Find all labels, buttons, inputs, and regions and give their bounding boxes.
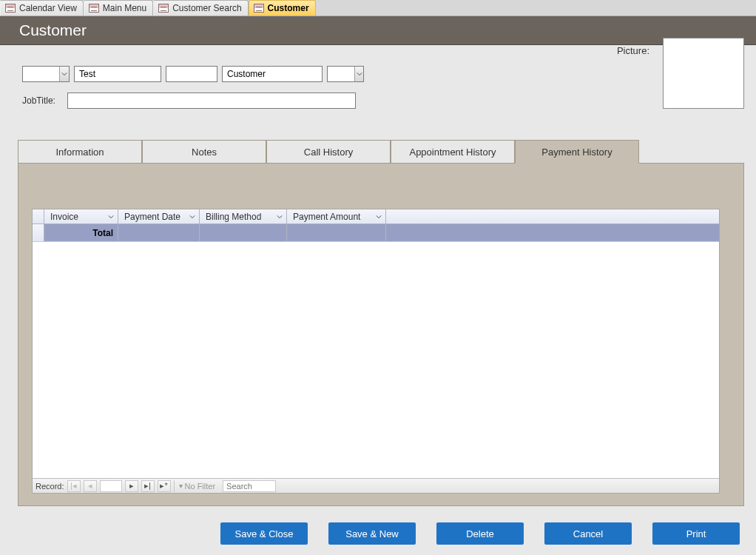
save-new-button[interactable]: Save & New (328, 522, 416, 545)
job-title-input[interactable] (67, 92, 356, 109)
chevron-down-icon[interactable] (276, 213, 283, 221)
page-title: Customer (19, 21, 87, 39)
tab-headers: Information Notes Call History Appointme… (18, 140, 744, 164)
tab-label: Notes (192, 147, 217, 158)
nav-next-button[interactable]: ▸ (125, 480, 138, 492)
payment-grid: Invoice Payment Date Billing Method Paym… (32, 209, 720, 494)
picture-label: Picture: (617, 45, 649, 56)
filter-toggle[interactable]: ▾ No Filter (174, 480, 220, 492)
record-search-input[interactable] (223, 480, 276, 492)
last-name-input[interactable] (222, 66, 323, 82)
col-payment-date[interactable]: Payment Date (118, 209, 200, 223)
chevron-down-icon[interactable] (354, 67, 363, 81)
nav-first-button[interactable]: |◂ (67, 480, 81, 492)
tab-notes[interactable]: Notes (142, 140, 266, 164)
window-tab-label: Main Menu (103, 3, 146, 13)
total-cell (118, 224, 200, 241)
nav-last-button[interactable]: ▸| (141, 480, 155, 492)
col-label: Billing Method (206, 212, 261, 222)
middle-name-input[interactable] (166, 66, 217, 82)
chevron-down-icon[interactable] (107, 213, 115, 221)
tab-filler (639, 140, 744, 164)
chevron-down-icon[interactable] (375, 213, 382, 221)
tab-label: Call History (304, 147, 353, 158)
salutation-combo[interactable] (22, 66, 70, 82)
grid-header: Invoice Payment Date Billing Method Paym… (33, 209, 719, 224)
save-close-button[interactable]: Save & Close (220, 522, 308, 545)
funnel-icon: ▾ (179, 482, 183, 490)
salutation-input[interactable] (23, 67, 59, 81)
form-icon (254, 4, 264, 13)
form-icon (5, 4, 16, 13)
record-number-input[interactable] (100, 480, 122, 492)
form-area: JobTitle: Picture: (0, 45, 756, 132)
chevron-down-icon[interactable] (59, 67, 69, 81)
col-label: Invoice (50, 212, 78, 222)
tab-label: Information (55, 147, 104, 158)
col-label: Payment Date (124, 212, 180, 222)
record-navigator: Record: |◂ ◂ ▸ ▸| ▸* ▾ No Filter (33, 478, 719, 493)
tab-body: Invoice Payment Date Billing Method Paym… (18, 164, 743, 505)
window-tab-customer-search[interactable]: Customer Search (153, 0, 248, 16)
col-billing-method[interactable]: Billing Method (200, 209, 287, 223)
form-icon (158, 4, 169, 13)
tab-payment-history[interactable]: Payment History (515, 140, 639, 164)
total-cell (287, 224, 386, 241)
tab-control: Information Notes Call History Appointme… (18, 140, 744, 506)
col-label: Payment Amount (293, 212, 360, 222)
record-label: Record: (36, 482, 64, 491)
suffix-input[interactable] (328, 67, 354, 81)
col-invoice[interactable]: Invoice (44, 209, 118, 223)
total-cell (200, 224, 287, 241)
grid-body[interactable] (33, 242, 719, 478)
nav-new-button[interactable]: ▸* (158, 480, 171, 492)
window-tab-bar: Calendar View Main Menu Customer Search … (0, 0, 756, 16)
window-tab-label: Customer (268, 3, 309, 13)
picture-box[interactable] (663, 38, 744, 109)
action-bar: Save & Close Save & New Delete Cancel Pr… (0, 522, 756, 545)
nav-prev-button[interactable]: ◂ (84, 480, 97, 492)
window-tab-customer[interactable]: Customer (249, 0, 316, 16)
col-payment-amount[interactable]: Payment Amount (287, 209, 386, 223)
tab-label: Appointment History (409, 147, 496, 158)
grid-row-selector[interactable] (33, 224, 44, 241)
form-icon (89, 4, 99, 13)
tab-appointment-history[interactable]: Appointment History (391, 140, 515, 164)
window-tab-label: Calendar View (19, 3, 77, 13)
total-label: Total (92, 228, 113, 238)
job-title-label: JobTitle: (22, 95, 55, 106)
window-tab-main-menu[interactable]: Main Menu (84, 0, 153, 16)
grid-select-all[interactable] (33, 209, 44, 223)
tab-call-history[interactable]: Call History (266, 140, 391, 164)
window-tab-calendar-view[interactable]: Calendar View (0, 0, 84, 16)
first-name-input[interactable] (74, 66, 161, 82)
print-button[interactable]: Print (652, 522, 740, 545)
tab-label: Payment History (541, 147, 612, 158)
suffix-combo[interactable] (327, 66, 364, 82)
chevron-down-icon[interactable] (189, 213, 196, 221)
tab-information[interactable]: Information (18, 140, 142, 164)
grid-total-row: Total (33, 224, 719, 242)
filter-label: No Filter (185, 482, 216, 491)
window-tab-label: Customer Search (172, 3, 241, 13)
total-label-cell: Total (44, 224, 118, 241)
delete-button[interactable]: Delete (436, 522, 524, 545)
cancel-button[interactable]: Cancel (544, 522, 632, 545)
